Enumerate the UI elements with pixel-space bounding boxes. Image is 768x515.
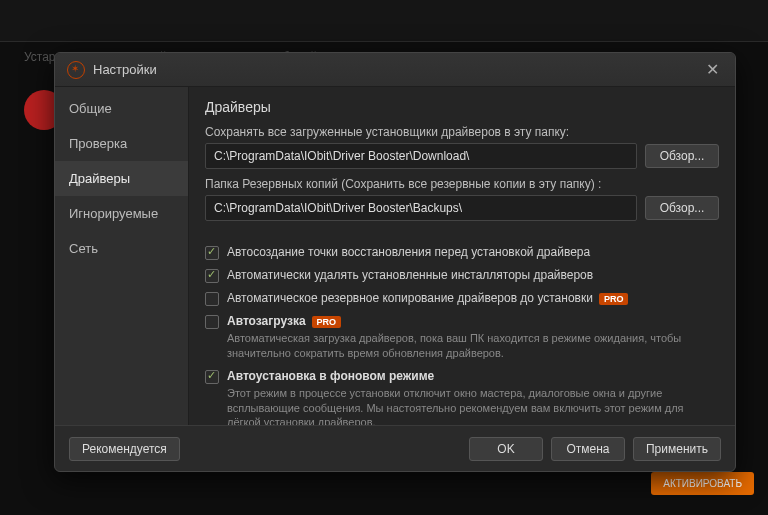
backup-path-input[interactable] <box>205 195 637 221</box>
auto-delete-label: Автоматически удалять установленные инст… <box>227 268 593 282</box>
dialog-footer: Рекомендуется OK Отмена Применить <box>55 425 735 471</box>
auto-backup-label: Автоматическое резервное копирование дра… <box>227 291 628 305</box>
sidebar-item-network[interactable]: Сеть <box>55 231 188 266</box>
ok-button[interactable]: OK <box>469 437 543 461</box>
download-folder-label: Сохранять все загруженные установщики др… <box>205 125 719 139</box>
cancel-button[interactable]: Отмена <box>551 437 625 461</box>
sidebar-item-drivers[interactable]: Драйверы <box>55 161 188 196</box>
browse-download-button[interactable]: Обзор... <box>645 144 719 168</box>
sidebar-item-ignore[interactable]: Игнорируемые <box>55 196 188 231</box>
autoload-description: Автоматическая загрузка драйверов, пока … <box>227 331 719 361</box>
browse-backup-button[interactable]: Обзор... <box>645 196 719 220</box>
app-header <box>0 0 768 42</box>
auto-delete-checkbox[interactable] <box>205 269 219 283</box>
dialog-titlebar: Настройки ✕ <box>55 53 735 87</box>
download-path-input[interactable] <box>205 143 637 169</box>
section-heading: Драйверы <box>205 99 719 115</box>
auto-backup-checkbox[interactable] <box>205 292 219 306</box>
close-icon[interactable]: ✕ <box>702 60 723 79</box>
apply-button[interactable]: Применить <box>633 437 721 461</box>
settings-sidebar: Общие Проверка Драйверы Игнорируемые Сет… <box>55 87 189 425</box>
autoinstall-label: Автоустановка в фоновом режиме <box>227 369 434 383</box>
backup-folder-label: Папка Резервных копий (Сохранить все рез… <box>205 177 719 191</box>
recommended-button[interactable]: Рекомендуется <box>69 437 180 461</box>
restore-point-label: Автосоздание точки восстановления перед … <box>227 245 590 259</box>
pro-badge: PRO <box>599 293 629 305</box>
sidebar-item-scan[interactable]: Проверка <box>55 126 188 161</box>
restore-point-checkbox[interactable] <box>205 246 219 260</box>
autoinstall-checkbox[interactable] <box>205 370 219 384</box>
sidebar-item-general[interactable]: Общие <box>55 91 188 126</box>
autoload-label: АвтозагрузкаPRO <box>227 314 341 328</box>
pro-badge: PRO <box>312 316 342 328</box>
autoload-checkbox[interactable] <box>205 315 219 329</box>
dialog-title: Настройки <box>93 62 702 77</box>
app-icon <box>67 61 85 79</box>
autoinstall-description: Этот режим в процессе установки отключит… <box>227 386 719 425</box>
settings-dialog: Настройки ✕ Общие Проверка Драйверы Игно… <box>54 52 736 472</box>
settings-content: Драйверы Сохранять все загруженные устан… <box>189 87 735 425</box>
activate-button[interactable]: АКТИВИРОВАТЬ <box>651 472 754 495</box>
